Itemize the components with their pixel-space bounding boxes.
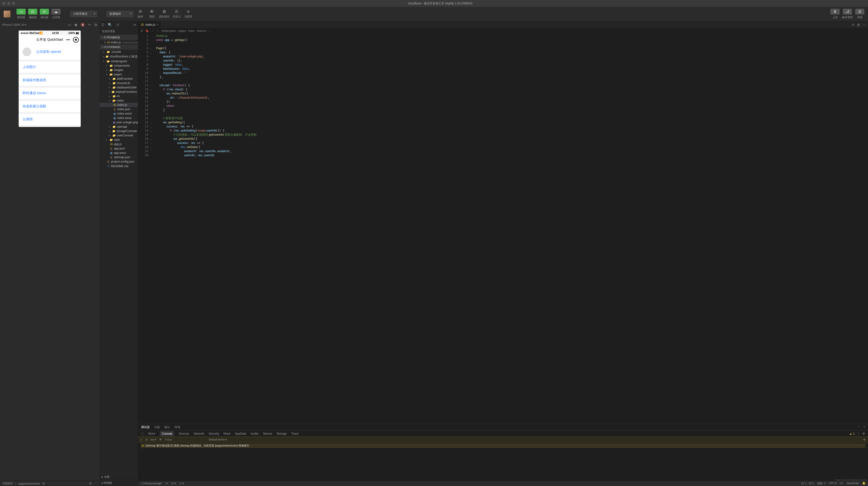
- console-prompt[interactable]: ›: [141, 448, 866, 452]
- eye-icon[interactable]: 👁: [159, 438, 162, 441]
- tree-file[interactable]: {}index.json: [99, 107, 138, 111]
- settings-icon[interactable]: ⚙: [863, 438, 866, 441]
- devtab-storage[interactable]: Storage: [277, 432, 287, 435]
- tree-file[interactable]: ▦index.wxml: [99, 111, 138, 116]
- close-tab-icon[interactable]: ×: [157, 23, 158, 26]
- capsule-close-icon[interactable]: [73, 37, 79, 43]
- details-button[interactable]: ☰详情: [855, 9, 864, 19]
- devtab-wxml[interactable]: Wxml: [148, 432, 155, 435]
- tree-folder[interactable]: ▸📁openapi: [99, 125, 138, 129]
- more-icon[interactable]: ⋯: [94, 482, 97, 485]
- editor-button[interactable]: ⟨/⟩编辑器: [28, 9, 37, 19]
- encoding[interactable]: UTF-8: [829, 482, 837, 485]
- devtab-security[interactable]: Security: [209, 432, 219, 435]
- search-icon[interactable]: 🔍: [108, 23, 112, 27]
- inspect-icon[interactable]: ⬚: [141, 432, 144, 435]
- compile-button[interactable]: ⟳编译: [136, 9, 145, 19]
- phone-row-upload[interactable]: 上传图片: [19, 62, 81, 73]
- sync-icon[interactable]: ⟳: [166, 482, 168, 485]
- copy-path-icon[interactable]: ⧉: [43, 482, 44, 485]
- mode-dropdown[interactable]: 小程序模式: [70, 11, 97, 17]
- bell-icon[interactable]: 🔔: [862, 482, 866, 485]
- indent[interactable]: 空格: 2: [817, 482, 825, 485]
- filter-input[interactable]: [165, 438, 206, 442]
- page-path[interactable]: pages/index/index: [19, 482, 40, 485]
- tree-folder[interactable]: ▸📁deployFunctions: [99, 90, 138, 94]
- tree-file[interactable]: ▦user-unlogin.png: [99, 120, 138, 125]
- phone-row-invoke[interactable]: 云调用: [19, 114, 81, 125]
- upload-button[interactable]: ⬆上传: [831, 9, 840, 19]
- branch-indicator[interactable]: ⎇ lidong-storage*: [141, 482, 162, 485]
- tree-folder[interactable]: ▸📁storageConsole: [99, 129, 138, 133]
- editor-tab-index-js[interactable]: JSindex.js×: [138, 21, 161, 28]
- list-icon[interactable]: ☰: [101, 23, 104, 27]
- tree-folder[interactable]: ▸📁addFunction: [99, 76, 138, 81]
- capsule-menu-icon[interactable]: •••: [65, 37, 71, 43]
- tab-problems[interactable]: 问题: [154, 425, 160, 429]
- section-open-editors[interactable]: 打开的编辑器: [99, 35, 138, 40]
- gear-icon[interactable]: ⚙: [862, 432, 865, 435]
- tree-folder[interactable]: ▸📁cloudfunctions | (未选...: [99, 54, 138, 59]
- split-icon[interactable]: ▥: [857, 23, 860, 26]
- code-editor[interactable]: 1234567891011121314151617181920212223242…: [138, 33, 868, 424]
- devtab-network[interactable]: Network: [194, 432, 204, 435]
- devtab-audits[interactable]: Audits: [251, 432, 258, 435]
- collapse-icon[interactable]: ⇥: [133, 23, 136, 27]
- bookmark-icon[interactable]: 🔖: [145, 29, 149, 32]
- sim-home-icon[interactable]: ▭: [68, 23, 71, 27]
- tree-folder[interactable]: ▸📁components: [99, 63, 138, 68]
- tree-folder[interactable]: ▸📁style: [99, 138, 138, 142]
- sim-mute-icon[interactable]: 🔇: [81, 23, 85, 27]
- phone-row-im[interactable]: 即时通信 Demo: [19, 88, 81, 99]
- tree-file[interactable]: {}app.json: [99, 146, 138, 151]
- language[interactable]: JavaScript: [846, 482, 859, 485]
- section-outline[interactable]: ▸ 大纲: [99, 474, 138, 480]
- cloud-dev-button[interactable]: ☁云开发: [51, 9, 61, 19]
- remote-debug-button[interactable]: ⚙真机调试: [159, 9, 169, 19]
- devtab-mock[interactable]: Mock: [223, 432, 230, 435]
- menu-icon[interactable]: ☰: [141, 29, 143, 32]
- tree-folder[interactable]: ▸📁userConsole: [99, 133, 138, 138]
- phone-row-func[interactable]: 快速新建云函数: [19, 101, 81, 112]
- devtab-sources[interactable]: Sources: [179, 432, 189, 435]
- tree-folder[interactable]: ▾📂index: [99, 98, 138, 103]
- phone-row-db[interactable]: 前端操作数据库: [19, 75, 81, 86]
- preview-button[interactable]: 👁预览: [147, 9, 157, 19]
- compile-mode-dropdown[interactable]: 普通编译: [106, 11, 133, 17]
- debugger-button[interactable]: ⇄调试器: [40, 9, 49, 19]
- tree-file[interactable]: JSapp.js: [99, 142, 138, 146]
- eye-icon[interactable]: 👁: [89, 482, 92, 485]
- tree-folder[interactable]: ▸📁databaseGuide: [99, 85, 138, 90]
- sim-record-icon[interactable]: ◉: [74, 23, 77, 27]
- tree-file[interactable]: {}sitemap.json: [99, 155, 138, 159]
- play-icon[interactable]: ▷: [141, 438, 143, 441]
- eol[interactable]: LF: [840, 482, 843, 485]
- sim-cut-icon[interactable]: ✂: [88, 23, 91, 27]
- devtab-sensor[interactable]: Sensor: [263, 432, 272, 435]
- tree-folder[interactable]: ▾📂pages: [99, 72, 138, 76]
- cut-backend-button[interactable]: ⎘切后台: [172, 9, 181, 19]
- minimap[interactable]: [846, 33, 868, 424]
- more-icon[interactable]: ⋯: [863, 23, 866, 26]
- levels-dropdown[interactable]: Default levels ▾: [209, 438, 227, 441]
- errors-count[interactable]: ⊘ 0: [171, 482, 176, 485]
- compare-icon[interactable]: ⧉: [852, 23, 854, 26]
- clear-cache-button[interactable]: ≡清缓存: [184, 9, 193, 19]
- tab-debugger[interactable]: 调试器: [141, 425, 150, 429]
- breadcrumb[interactable]: ☰ 🔖 ← → miniprogrampagesindexindex.js...: [138, 28, 868, 33]
- context-selector[interactable]: top ▾: [151, 438, 156, 441]
- tree-folder[interactable]: ▸📁images: [99, 68, 138, 72]
- tree-file[interactable]: {}project.config.json: [99, 159, 138, 164]
- section-project[interactable]: CLOUDBASE: [99, 44, 138, 50]
- tree-file[interactable]: ▦index.wxss: [99, 116, 138, 120]
- devtab-appdata[interactable]: AppData: [235, 432, 246, 435]
- branch-icon[interactable]: ⎇: [115, 23, 119, 27]
- device-selector[interactable]: iPhone 5 100% 16 ▾: [2, 23, 26, 26]
- simulator-button[interactable]: ▭模拟器: [17, 9, 26, 19]
- kebab-icon[interactable]: ⋮: [857, 432, 860, 435]
- tab-output[interactable]: 输出: [164, 425, 170, 429]
- close-panel-icon[interactable]: ×: [863, 425, 865, 429]
- warning-badge[interactable]: ▲ 1: [849, 432, 855, 435]
- devtab-trace[interactable]: Trace: [291, 432, 298, 435]
- tree-folder[interactable]: ▸📁.vscode: [99, 50, 138, 54]
